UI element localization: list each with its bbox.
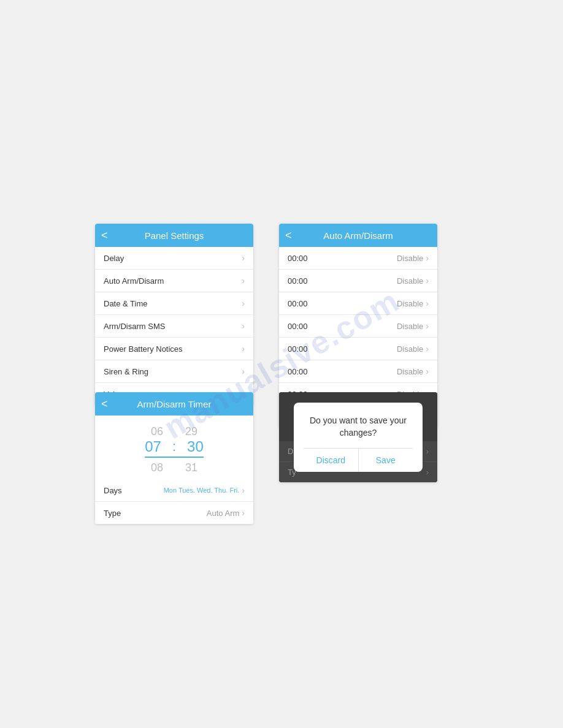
type-label: Type xyxy=(104,509,121,518)
chevron-icon: › xyxy=(242,508,245,518)
chevron-icon: › xyxy=(242,298,245,308)
days-value: Mon Tues. Wed. Thu. Fri. xyxy=(164,487,240,494)
list-item-label: Delay xyxy=(104,254,124,263)
auto-arm-row[interactable]: 00:00 Disable › xyxy=(279,292,437,315)
save-dialog-screen: 07 : 30 08 : 31 Da › Ty › Do you want to… xyxy=(279,392,437,482)
auto-arm-time: 00:00 xyxy=(288,299,308,308)
auto-arm-row[interactable]: 00:00 Disable › xyxy=(279,315,437,338)
auto-arm-status-row: Disable › xyxy=(397,298,429,308)
time-picker-above-row: 06 29 xyxy=(151,425,197,438)
list-item[interactable]: Arm/Disarm SMS › xyxy=(95,315,253,338)
arm-timer-back-button[interactable]: < xyxy=(101,398,108,411)
list-item-power-battery[interactable]: Power Battery Notices › xyxy=(95,338,253,360)
modal-box: Do you want to save your changes? Discar… xyxy=(294,403,423,471)
chevron-icon: › xyxy=(426,298,429,308)
time-picker-minute: 30 xyxy=(187,438,204,455)
chevron-icon: › xyxy=(242,485,245,495)
panel-settings-list: Delay › Auto Arm/Disarm › Date & Time › … xyxy=(95,247,253,405)
auto-arm-time: 00:00 xyxy=(288,344,308,354)
arm-timer-title: Arm/Disarm Timer xyxy=(137,399,212,409)
list-item[interactable]: Auto Arm/Disarm › xyxy=(95,270,253,292)
chevron-icon: › xyxy=(242,321,245,331)
chevron-icon: › xyxy=(426,253,429,263)
auto-arm-time: 00:00 xyxy=(288,322,308,331)
auto-arm-title: Auto Arm/Disarm xyxy=(323,230,393,241)
auto-arm-status-row: Disable › xyxy=(397,321,429,331)
auto-arm-time: 00:00 xyxy=(288,254,308,263)
auto-arm-back-button[interactable]: < xyxy=(285,229,292,242)
chevron-icon: › xyxy=(426,344,429,354)
list-item[interactable]: Siren & Ring › xyxy=(95,360,253,383)
panel-settings-screen: < Panel Settings Delay › Auto Arm/Disarm… xyxy=(95,224,253,405)
list-item-label: Siren & Ring xyxy=(104,367,148,376)
arm-timer-header: < Arm/Disarm Timer xyxy=(95,392,253,415)
list-item-label: Arm/Disarm SMS xyxy=(104,322,165,331)
modal-overlay: Do you want to save your changes? Discar… xyxy=(279,392,437,482)
auto-arm-time: 00:00 xyxy=(288,367,308,376)
list-item[interactable]: Date & Time › xyxy=(95,292,253,315)
save-button[interactable]: Save xyxy=(359,449,413,472)
auto-arm-row[interactable]: 00:00 Disable › xyxy=(279,360,437,383)
time-separator: : xyxy=(172,439,176,455)
auto-arm-status-row: Disable › xyxy=(397,253,429,263)
type-row[interactable]: Type Auto Arm › xyxy=(95,502,253,524)
auto-arm-status-row: Disable › xyxy=(397,276,429,286)
auto-arm-row[interactable]: 00:00 Disable › xyxy=(279,338,437,360)
list-item-label: Date & Time xyxy=(104,299,148,308)
modal-buttons: Discard Save xyxy=(304,448,413,472)
auto-arm-header: < Auto Arm/Disarm xyxy=(279,224,437,247)
time-picker-above-hour: 06 xyxy=(151,425,163,438)
auto-arm-time: 00:00 xyxy=(288,276,308,286)
time-picker-below-row: 08 31 xyxy=(151,461,197,474)
time-picker-above-minute: 29 xyxy=(185,425,197,438)
time-picker: 06 29 07 : 30 08 31 xyxy=(95,415,253,479)
auto-arm-row[interactable]: 00:00 Disable › xyxy=(279,247,437,270)
days-label: Days xyxy=(104,486,122,495)
chevron-icon: › xyxy=(426,276,429,286)
panel-settings-back-button[interactable]: < xyxy=(101,229,108,242)
chevron-icon: › xyxy=(242,344,245,354)
auto-arm-status-row: Disable › xyxy=(397,366,429,376)
list-item-label: Auto Arm/Disarm xyxy=(104,276,164,286)
chevron-icon: › xyxy=(242,253,245,263)
time-picker-hour: 07 xyxy=(145,438,161,455)
chevron-icon: › xyxy=(426,366,429,376)
list-item-label: Power Battery Notices xyxy=(104,344,183,354)
panel-settings-title: Panel Settings xyxy=(145,230,204,241)
time-picker-current-row[interactable]: 07 : 30 xyxy=(145,438,204,458)
discard-button[interactable]: Discard xyxy=(304,449,359,472)
panel-settings-header: < Panel Settings xyxy=(95,224,253,247)
chevron-icon: › xyxy=(242,276,245,286)
chevron-icon: › xyxy=(426,321,429,331)
type-value: Auto Arm xyxy=(207,509,239,518)
arm-timer-screen: < Arm/Disarm Timer 06 29 07 : 30 08 31 D… xyxy=(95,392,253,524)
modal-title: Do you want to save your changes? xyxy=(304,415,413,439)
days-value-container: Mon Tues. Wed. Thu. Fri. › xyxy=(164,485,245,495)
list-item[interactable]: Delay › xyxy=(95,247,253,270)
days-row[interactable]: Days Mon Tues. Wed. Thu. Fri. › xyxy=(95,479,253,502)
auto-arm-status-row: Disable › xyxy=(397,344,429,354)
auto-arm-row[interactable]: 00:00 Disable › xyxy=(279,270,437,292)
chevron-icon: › xyxy=(242,366,245,376)
time-picker-below-minute: 31 xyxy=(185,461,197,474)
type-value-container: Auto Arm › xyxy=(207,508,245,518)
time-picker-below-hour: 08 xyxy=(151,461,163,474)
